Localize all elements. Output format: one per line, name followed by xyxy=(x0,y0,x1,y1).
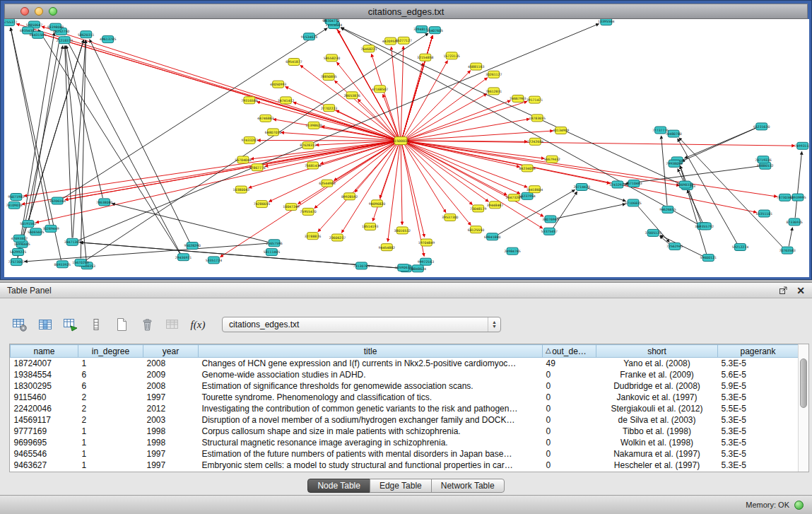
graph-node[interactable]: 95028290 xyxy=(184,243,201,250)
graph-node[interactable]: 67106835 xyxy=(625,199,641,206)
graph-node[interactable]: 70763583 xyxy=(779,247,795,254)
tab-node-table[interactable]: Node Table xyxy=(307,479,370,493)
graph-node[interactable]: 19704849 xyxy=(418,239,435,246)
graph-node[interactable]: 84234054 xyxy=(519,165,535,172)
graph-edge[interactable] xyxy=(557,204,626,218)
column-header-out_de[interactable]: △out_de… xyxy=(543,345,596,358)
graph-edge[interactable] xyxy=(405,144,471,226)
graph-node[interactable]: 32948111 xyxy=(413,25,430,33)
graph-node[interactable]: 10590631 xyxy=(395,264,411,271)
table-row[interactable]: 969969511998Structural magnetic resonanc… xyxy=(11,437,799,448)
graph-node[interactable]: 56679432 xyxy=(543,156,560,163)
graph-node[interactable]: 68125550 xyxy=(468,226,484,233)
graph-node[interactable]: 24667963 xyxy=(510,95,526,103)
graph-node[interactable]: 18514193 xyxy=(362,223,378,230)
table-row[interactable]: 1456911722003Disruption of a novel membe… xyxy=(11,414,799,426)
graph-node[interactable]: 79938058 xyxy=(666,160,682,167)
graph-node[interactable]: 50191562 xyxy=(20,221,36,228)
graph-edge[interactable] xyxy=(407,141,777,197)
create-column-button[interactable] xyxy=(112,315,131,334)
graph-node[interactable]: 38016532 xyxy=(394,227,411,234)
graph-node[interactable]: 34418604 xyxy=(526,186,543,193)
graph-node[interactable]: 43050993 xyxy=(270,81,286,88)
delete-column-button[interactable] xyxy=(137,315,157,334)
graph-node[interactable]: 28653876 xyxy=(343,92,360,99)
graph-node[interactable]: 75681436 xyxy=(305,162,321,169)
graph-node[interactable]: 32788876 xyxy=(305,233,321,240)
graph-edge[interactable] xyxy=(42,26,395,139)
graph-node[interactable]: 97433207 xyxy=(242,136,258,144)
graph-node[interactable]: 94626655 xyxy=(659,206,676,213)
graph-node[interactable]: 23606237 xyxy=(329,234,346,241)
graph-node[interactable]: 39171471 xyxy=(526,96,543,103)
graph-node[interactable]: 79316588 xyxy=(241,97,257,104)
graph-node[interactable]: 75955470 xyxy=(300,208,316,215)
graph-node[interactable]: 97867778 xyxy=(249,164,265,171)
graph-node[interactable]: 76710483 xyxy=(625,180,642,187)
graph-edge[interactable] xyxy=(38,30,180,254)
tab-edge-table[interactable]: Edge Table xyxy=(370,479,432,493)
graph-node[interactable]: 54299235 xyxy=(10,249,26,256)
column-header-short[interactable]: short xyxy=(596,345,718,358)
function-builder-button[interactable]: f(x) xyxy=(188,315,208,334)
graph-edge[interactable] xyxy=(112,204,268,243)
graph-edge[interactable] xyxy=(63,28,327,199)
graph-node[interactable]: 87628313 xyxy=(300,142,316,149)
graph-node[interactable]: 47168507 xyxy=(372,86,388,93)
graph-edge[interactable] xyxy=(16,24,394,140)
graph-node[interactable]: 15723135 xyxy=(443,52,459,59)
graph-edge[interactable] xyxy=(407,141,795,146)
column-header-name[interactable]: name xyxy=(11,345,78,358)
graph-edge[interactable] xyxy=(401,46,404,136)
graph-node[interactable]: 99972163 xyxy=(418,258,434,265)
close-panel-button[interactable]: ✕ xyxy=(796,286,805,296)
graph-node[interactable]: 59600121 xyxy=(700,255,717,262)
graph-node[interactable]: 51500031 xyxy=(392,137,408,145)
graph-edge[interactable] xyxy=(553,192,577,228)
graph-edge[interactable] xyxy=(401,145,402,225)
graph-node[interactable]: 56755377 xyxy=(4,19,17,25)
vertical-scrollbar[interactable] xyxy=(798,344,808,472)
zoom-window-button[interactable] xyxy=(49,7,57,16)
table-row[interactable]: 911546021997Tourette syndrome. Phenomeno… xyxy=(11,392,799,403)
graph-node[interactable]: 47693802 xyxy=(11,235,28,242)
graph-edge[interactable] xyxy=(65,46,72,238)
graph-edge[interactable] xyxy=(341,28,682,185)
graph-node[interactable]: 83398088 xyxy=(47,23,64,30)
graph-edge[interactable] xyxy=(685,128,756,158)
network-view-canvas[interactable]: 5675537749613785452527508339808821218373… xyxy=(4,19,809,277)
graph-node[interactable]: 55704048 xyxy=(235,156,251,163)
graph-edge[interactable] xyxy=(679,138,783,247)
table-row[interactable]: 977716911998Corpus callosum shape and si… xyxy=(11,426,799,437)
table-row[interactable]: 1938455462009Genome-wide association stu… xyxy=(11,369,799,380)
graph-node[interactable]: 73130785 xyxy=(353,262,370,269)
graph-node[interactable]: 74286655 xyxy=(254,201,270,208)
table-row[interactable]: 946554611997Estimation of the future num… xyxy=(11,448,799,460)
graph-edge[interactable] xyxy=(318,144,396,231)
graph-node[interactable]: 78638080 xyxy=(96,199,112,206)
graph-edge[interactable] xyxy=(90,40,189,242)
graph-node[interactable]: 30261127 xyxy=(486,71,502,78)
graph-node[interactable]: 39537300 xyxy=(442,214,458,221)
graph-edge[interactable] xyxy=(29,37,59,219)
graph-node[interactable]: 59212274 xyxy=(732,244,748,251)
graph-node[interactable]: 78850855 xyxy=(320,74,336,81)
graph-node[interactable]: 53351724 xyxy=(206,257,222,264)
graph-node[interactable]: 58620311 xyxy=(78,31,94,38)
export-table-button[interactable] xyxy=(61,315,81,334)
graph-node[interactable]: 38076964 xyxy=(542,216,558,223)
table-row[interactable]: 1872400712008Changes of HCN gene express… xyxy=(11,358,799,369)
graph-edge[interactable] xyxy=(269,143,394,202)
graph-node[interactable]: 87336935 xyxy=(786,218,802,226)
tab-network-table[interactable]: Network Table xyxy=(431,479,505,493)
table-row[interactable]: 946362711997Embryonic stem cells: a mode… xyxy=(11,460,799,471)
column-header-in_degree[interactable]: in_degree xyxy=(78,345,143,358)
graph-node[interactable]: 28304772 xyxy=(323,19,339,25)
graph-node[interactable]: 74109018 xyxy=(6,201,22,209)
graph-node[interactable]: 57432925 xyxy=(609,181,625,188)
graph-node[interactable]: 45881163 xyxy=(468,63,484,70)
graph-edge[interactable] xyxy=(588,188,626,201)
graph-node[interactable]: 64807010 xyxy=(265,129,281,136)
graph-node[interactable]: 10047249 xyxy=(283,204,299,211)
graph-node[interactable]: 78730340 xyxy=(777,194,793,201)
